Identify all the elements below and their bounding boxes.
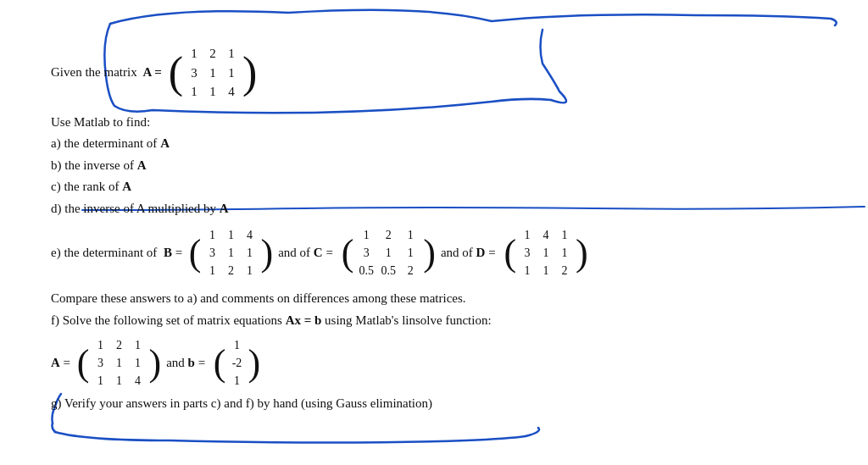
given-matrix-section: Given the matrix A = ( 1 2 1 3 1 1 1 1 4… [51,42,817,103]
matrix-axA-rows: 1 2 1 3 1 1 1 1 4 [86,335,152,391]
verify-text: g) Verify your answers in parts c) and f… [51,396,817,411]
ax-A-label: A = [51,356,74,370]
matrix-axA-row-1: 1 2 1 [94,336,143,354]
verify-section: g) Verify your answers in parts c) and f… [51,396,817,411]
matrix-b-row-1: 1 [231,336,243,354]
given-matrix-label: Given the matrix [51,65,137,80]
matrix-axA-row-3: 1 1 4 [94,372,143,390]
task-d: d) the inverse of A multiplied by A [51,198,817,220]
matrix-B-row-3: 1 2 1 [207,262,256,280]
matrix-C-rows: 1 2 1 3 1 1 0.5 0.5 2 [350,224,426,281]
matrix-axA-row-2: 3 1 1 [94,354,143,372]
tasks-header: Use Matlab to find: [51,112,817,134]
matrix-A-label: A = [141,65,165,80]
bracket-right-A: ) [242,51,257,95]
matrix-A-rows: 1 2 1 3 1 1 1 1 4 [180,42,246,103]
bracket-right-D: ) [576,235,588,272]
matrix-B-rows: 1 1 4 3 1 1 1 2 1 [198,224,264,281]
and-of-D-label: and of D = [441,246,498,260]
bracket-right-B: ) [261,235,274,272]
bracket-right-C: ) [423,235,436,272]
matrix-B-row-2: 3 1 1 [207,244,256,262]
matrix-b-row-3: 1 [231,372,243,390]
task-a: a) the determinant of A [51,133,817,155]
linsolve-text: f) Solve the following set of matrix equ… [51,310,817,332]
bracket-right-axA: ) [148,345,161,382]
matrix-D-row-3: 1 1 2 [521,262,570,280]
compare-text: Compare these answers to a) and comments… [51,288,817,310]
task-c: c) the rank of A [51,176,817,198]
and-b-label: and b = [166,356,209,370]
matrix-C-row-2: 3 1 1 [359,244,418,262]
matrix-D-row-2: 3 1 1 [521,244,570,262]
and-of-C-label: and of C = [278,246,336,260]
matrix-C-row-1: 1 2 1 [359,226,418,244]
ax-section: A = ( 1 2 1 3 1 1 1 1 4 ) and b = ( 1 [51,335,817,391]
matrix-B-row-1: 1 1 4 [207,226,256,244]
det-section: e) the determinant of B = ( 1 1 4 3 1 1 … [51,224,817,281]
compare-section: Compare these answers to a) and comments… [51,288,817,331]
matrix-D-rows: 1 4 1 3 1 1 1 1 2 [513,224,579,281]
bracket-right-b: ) [248,345,261,382]
task-b: b) the inverse of A [51,155,817,177]
matrix-C-row-3: 0.5 0.5 2 [359,262,418,280]
matrix-A-row-3: 1 1 4 [188,82,237,102]
matrix-b-row-2: -2 [231,354,243,372]
det-prefix: e) the determinant of B = [51,246,186,260]
matrix-A-row-1: 1 2 1 [188,44,237,64]
tasks-section: Use Matlab to find: a) the determinant o… [51,112,817,220]
matrix-A-row-2: 3 1 1 [188,64,237,83]
matrix-b-rows: 1 -2 1 [223,335,252,391]
matrix-D-row-1: 1 4 1 [521,226,570,244]
